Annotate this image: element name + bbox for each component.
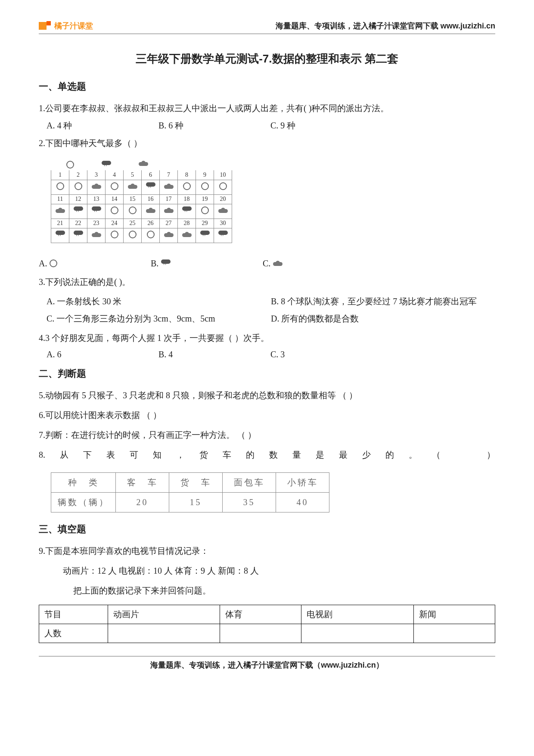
day-weather <box>142 204 160 219</box>
sun-icon <box>111 231 118 238</box>
q8-paren-close: ） <box>487 446 495 464</box>
char: 数 <box>269 446 278 464</box>
table-row: 节目 动画片 体育 电视剧 新闻 <box>39 605 495 624</box>
cell: 电视剧 <box>301 605 413 624</box>
tv-table: 节目 动画片 体育 电视剧 新闻 人数 <box>39 605 495 643</box>
day-weather <box>160 228 178 243</box>
table-row: 12345678910 <box>51 170 232 180</box>
char: 表 <box>106 446 115 464</box>
cell: 动画片 <box>108 605 220 624</box>
day-number: 22 <box>69 219 87 228</box>
char: 最 <box>339 446 348 464</box>
cloud-icon <box>164 208 174 213</box>
table-row: 种 类 客 车 货 车 面包车 小轿车 <box>51 472 329 492</box>
section-heading-2: 二、判断题 <box>39 367 495 380</box>
table-row: 21222324252627282930 <box>51 219 232 228</box>
day-weather <box>51 180 69 194</box>
q6: 6.可以用统计图来表示数据 （ ） <box>39 406 495 424</box>
option-label: A. <box>39 259 47 269</box>
q8-text: 8.从下表可知，货车的数量是最少的。（ <box>39 446 441 464</box>
header-slogan: 海量题库、专项训练，进入橘子汁课堂官网下载 www.juzizhi.cn <box>276 21 495 31</box>
option-label: B. <box>151 259 158 269</box>
q2-option-c: C. <box>263 259 375 269</box>
page-title: 三年级下册数学单元测试-7.数据的整理和表示 第二套 <box>39 51 495 66</box>
sun-icon <box>129 231 137 238</box>
day-weather <box>142 180 160 194</box>
sun-icon <box>75 182 82 190</box>
day-weather <box>196 180 214 194</box>
day-number: 30 <box>214 219 232 228</box>
day-weather <box>87 204 106 219</box>
day-number: 16 <box>142 194 160 204</box>
day-number: 24 <box>106 219 124 228</box>
day-weather <box>160 180 178 194</box>
day-number: 9 <box>196 170 214 180</box>
q4-stem: 4.3 个好朋友见面，每两个人握 1 次手，一共要握（ ）次手。 <box>39 329 495 347</box>
char: ， <box>176 446 185 464</box>
day-number: 27 <box>160 219 178 228</box>
q2-legend <box>51 161 236 169</box>
rain-icon <box>74 231 83 238</box>
page-header: 橘子汁课堂 海量题库、专项训练，进入橘子汁课堂官网下载 www.juzizhi.… <box>39 21 495 34</box>
cloud-icon <box>164 232 174 237</box>
char: 量 <box>292 446 301 464</box>
char: 车 <box>223 446 231 464</box>
cell: 面包车 <box>223 472 276 492</box>
cloud-icon <box>273 261 283 266</box>
q1-options: A. 4 种 B. 6 种 C. 9 种 <box>47 120 495 131</box>
day-weather <box>160 204 178 219</box>
day-number: 11 <box>51 194 69 204</box>
q5: 5.动物园有 5 只猴子、3 只老虎和 8 只狼，则猴子和老虎的总数和狼的数量相… <box>39 386 495 404</box>
cell: 20 <box>116 492 169 512</box>
brand-logo: 橘子汁课堂 <box>39 21 93 31</box>
char: （ <box>432 446 441 464</box>
rain-icon <box>161 259 171 267</box>
day-weather <box>51 204 69 219</box>
day-number: 23 <box>87 219 106 228</box>
day-number: 17 <box>160 194 178 204</box>
day-weather <box>87 228 106 243</box>
day-weather <box>214 180 232 194</box>
table-row <box>51 180 232 194</box>
day-number: 20 <box>214 194 232 204</box>
day-number: 7 <box>160 170 178 180</box>
cloud-icon <box>56 208 65 213</box>
char: 下 <box>83 446 92 464</box>
rain-icon <box>182 206 192 214</box>
rain-icon <box>74 206 83 214</box>
char: 知 <box>153 446 161 464</box>
cell: 辆数（辆） <box>51 492 116 512</box>
q9-instruction: 把上面的数据记录下来并回答问题。 <box>39 581 495 600</box>
day-number: 4 <box>106 170 124 180</box>
char: 的 <box>385 446 394 464</box>
cell: 40 <box>276 492 329 512</box>
cell-blank <box>220 624 301 643</box>
day-weather <box>178 228 196 243</box>
char: 的 <box>246 446 255 464</box>
day-number: 10 <box>214 170 232 180</box>
rain-icon <box>56 231 65 238</box>
day-weather <box>106 204 124 219</box>
cell: 15 <box>169 492 223 512</box>
day-number: 5 <box>124 170 142 180</box>
document-page: 橘子汁课堂 海量题库、专项训练，进入橘子汁课堂官网下载 www.juzizhi.… <box>0 0 534 687</box>
day-number: 6 <box>142 170 160 180</box>
cloud-icon <box>164 184 174 189</box>
day-weather <box>124 180 142 194</box>
sun-icon <box>183 182 191 190</box>
cell-blank <box>301 624 413 643</box>
day-weather <box>106 180 124 194</box>
logo-icon <box>47 21 51 25</box>
rain-icon <box>92 206 101 214</box>
day-number: 21 <box>51 219 69 228</box>
rain-icon <box>200 231 210 238</box>
day-number: 18 <box>178 194 196 204</box>
day-weather <box>51 228 69 243</box>
q8-stem: 8.从下表可知，货车的数量是最少的。（ ） <box>39 446 495 464</box>
char: 。 <box>409 446 417 464</box>
day-number: 3 <box>87 170 106 180</box>
day-number: 1 <box>51 170 69 180</box>
q3-option-a: A. 一条射线长 30 米 <box>47 293 271 310</box>
char: 少 <box>362 446 371 464</box>
q3-option-b: B. 8 个球队淘汰赛，至少要经过 7 场比赛才能赛出冠军 <box>271 293 495 310</box>
